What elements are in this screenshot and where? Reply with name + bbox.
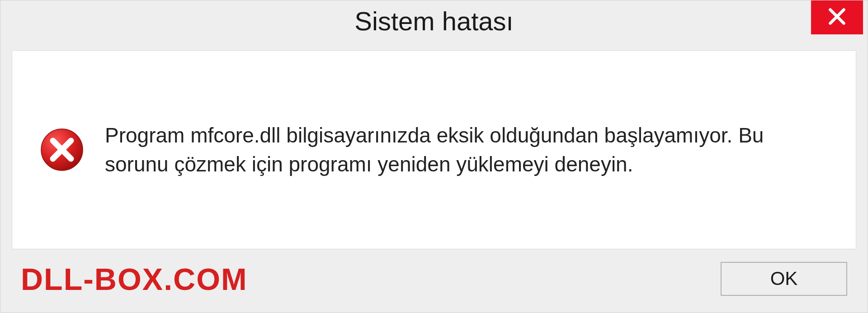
dialog-footer: DLL-BOX.COM OK (0, 256, 868, 313)
ok-button[interactable]: OK (721, 262, 847, 296)
error-icon (39, 127, 85, 172)
error-message: Program mfcore.dll bilgisayarınızda eksi… (105, 121, 783, 179)
close-button[interactable] (811, 0, 863, 34)
dialog-title: Sistem hatası (354, 6, 513, 36)
titlebar: Sistem hatası (0, 0, 868, 41)
watermark-text: DLL-BOX.COM (21, 261, 248, 297)
content-area: Program mfcore.dll bilgisayarınızda eksi… (12, 50, 856, 249)
close-icon (827, 6, 847, 28)
error-dialog: Sistem hatası (0, 0, 868, 313)
